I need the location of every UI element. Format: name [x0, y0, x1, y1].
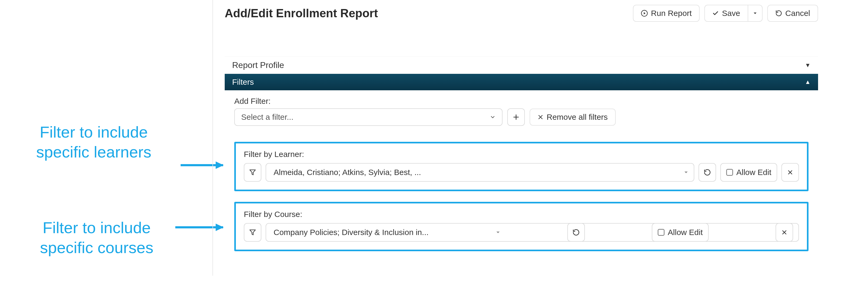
- page-title: Add/Edit Enrollment Report: [225, 7, 378, 20]
- reset-filter-button[interactable]: [699, 163, 716, 182]
- caret-up-icon: ▲: [805, 79, 811, 86]
- filters-body: Add Filter: Select a filter... Remove al…: [225, 90, 818, 265]
- filter-row: Company Policies; Diversity & Inclusion …: [244, 223, 799, 242]
- undo-icon: [572, 229, 580, 236]
- close-icon: [537, 114, 544, 120]
- caret-down-icon: ▼: [805, 62, 811, 69]
- filter-icon: [249, 229, 256, 236]
- save-button[interactable]: Save: [704, 5, 747, 22]
- chevron-down-icon: [490, 114, 496, 120]
- save-dropdown-button[interactable]: [748, 5, 763, 22]
- caret-down-icon: [753, 11, 757, 16]
- reset-filter-button[interactable]: [567, 223, 585, 242]
- filter-value-dropdown[interactable]: Almeida, Cristiano; Atkins, Sylvia; Best…: [266, 163, 694, 182]
- filter-row: Almeida, Cristiano; Atkins, Sylvia; Best…: [244, 163, 799, 182]
- caret-down-icon: [496, 230, 500, 235]
- filter-mode-button[interactable]: [244, 163, 261, 182]
- save-split-button: Save: [704, 5, 762, 22]
- filter-value-dropdown[interactable]: Company Policies; Diversity & Inclusion …: [266, 223, 799, 242]
- remove-filter-button[interactable]: [781, 163, 799, 182]
- undo-icon: [775, 10, 782, 17]
- select-filter-dropdown[interactable]: Select a filter...: [234, 108, 502, 126]
- annotation-courses: Filter to include specific courses: [12, 218, 182, 257]
- filter-mode-button[interactable]: [244, 223, 261, 242]
- remove-filter-button[interactable]: [776, 223, 793, 242]
- filter-card-title: Filter by Course:: [244, 210, 799, 219]
- header-actions: Run Report Save: [633, 5, 818, 22]
- filter-card-learner: Filter by Learner: Almeida, Cristiano; A…: [234, 142, 808, 191]
- checkbox-icon: [726, 169, 733, 176]
- caret-down-icon: [684, 170, 688, 175]
- filter-card-title: Filter by Learner:: [244, 150, 799, 159]
- run-report-button[interactable]: Run Report: [633, 5, 700, 22]
- add-filter-button[interactable]: [507, 108, 525, 126]
- cancel-button[interactable]: Cancel: [767, 5, 818, 22]
- close-icon: [787, 170, 793, 175]
- add-filter-label: Add Filter:: [234, 97, 808, 106]
- filter-card-course: Filter by Course: Company Policies; Dive…: [234, 202, 808, 251]
- annotation-learners: Filter to include specific learners: [5, 122, 183, 162]
- section-filters[interactable]: Filters ▲: [225, 74, 818, 90]
- check-icon: [712, 10, 719, 17]
- allow-edit-toggle[interactable]: Allow Edit: [720, 163, 777, 182]
- undo-icon: [704, 169, 711, 176]
- play-icon: [641, 10, 648, 17]
- checkbox-icon: [658, 229, 664, 236]
- allow-edit-toggle[interactable]: Allow Edit: [652, 223, 709, 242]
- filter-icon: [249, 169, 256, 176]
- add-filter-row: Select a filter... Remove all filters: [234, 108, 808, 126]
- plus-icon: [513, 114, 520, 121]
- section-report-profile[interactable]: Report Profile ▼: [225, 56, 818, 74]
- report-editor-panel: Add/Edit Enrollment Report Run Report Sa…: [213, 0, 837, 276]
- close-icon: [781, 230, 787, 235]
- remove-all-filters-button[interactable]: Remove all filters: [530, 109, 616, 126]
- page-header: Add/Edit Enrollment Report Run Report Sa…: [225, 5, 818, 22]
